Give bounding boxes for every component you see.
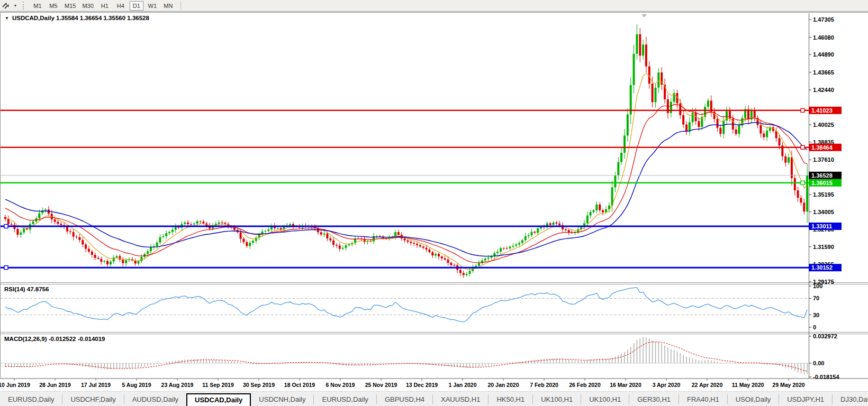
symbol-tab-uk100-h1[interactable]: UK100,H1 xyxy=(581,394,629,404)
symbol-tab-usdcnh-daily[interactable]: USDCNH,Daily xyxy=(251,394,313,404)
horizontal-lines xyxy=(0,108,809,269)
cursor-tool-icon[interactable] xyxy=(1,1,12,11)
dropdown-caret-icon[interactable]: ▾ xyxy=(12,3,19,8)
macd xyxy=(0,337,809,375)
symbol-tab-ger30-h1[interactable]: GER30,H1 xyxy=(629,394,679,404)
date-label-7-feb-2020: 7 Feb 2020 xyxy=(530,382,558,388)
rsi-tick-100: 100 xyxy=(813,283,822,289)
price-tick-1.34005: 1.34005 xyxy=(813,209,834,215)
toolbar-grip[interactable] xyxy=(23,2,26,10)
date-label-16-mar-2020: 16 Mar 2020 xyxy=(610,382,641,388)
price-tick-1.35195: 1.35195 xyxy=(813,191,834,198)
date-label-20-jan-2020: 20 Jan 2020 xyxy=(488,382,519,388)
price-badge-1.38464: 1.38464 xyxy=(811,144,833,151)
collapse-triangle-icon[interactable]: ▼ xyxy=(5,16,9,21)
timeframe-buttons: M1M5M15M30H1H4D1W1MN xyxy=(31,1,175,11)
timeframe-button-h1[interactable]: H1 xyxy=(98,1,112,11)
price-tick-1.31590: 1.31590 xyxy=(813,244,834,250)
chart-shift-marker[interactable] xyxy=(641,14,647,17)
price-badge-1.36015: 1.36015 xyxy=(811,180,833,186)
symbol-tab-eurusd-daily[interactable]: EURUSD,Daily xyxy=(0,394,62,404)
date-label-11-sep-2019: 11 Sep 2019 xyxy=(202,382,234,388)
date-label-30-sep-2019: 30 Sep 2019 xyxy=(243,382,275,388)
chart-title: ▼ USDCAD,Daily 1.35584 1.36654 1.35560 1… xyxy=(5,15,149,21)
rsi-levels xyxy=(0,298,809,315)
macd-tick-0.032972: 0.032972 xyxy=(813,333,837,339)
timeframe-button-mn[interactable]: MN xyxy=(161,1,175,11)
symbol-tab-usdjpy-h1[interactable]: USDJPY,H1 xyxy=(779,394,832,404)
timeframe-button-w1[interactable]: W1 xyxy=(146,1,159,11)
date-label-29-may-2020: 29 May 2020 xyxy=(772,382,804,388)
date-label-18-oct-2019: 18 Oct 2019 xyxy=(284,382,315,388)
price-badge-1.36528: 1.36528 xyxy=(811,172,833,179)
rsi-line xyxy=(5,288,807,322)
date-label-1-jan-2020: 1 Jan 2020 xyxy=(448,382,476,388)
symbol-tab-usdchf-daily[interactable]: USDCHF,Daily xyxy=(62,394,123,404)
price-tick-1.42440: 1.42440 xyxy=(813,87,834,93)
ma-line-7 xyxy=(5,73,807,270)
symbol-tab-fra40-h1[interactable]: FRA40,H1 xyxy=(679,394,727,404)
macd-label-text: MACD(12,26,9) -0.012522 -0.014019 xyxy=(4,336,105,342)
date-label-25-nov-2019: 25 Nov 2019 xyxy=(365,382,397,388)
top-toolbar: ▾ M1M5M15M30H1H4D1W1MN xyxy=(0,0,868,12)
price-tick-1.40025: 1.40025 xyxy=(813,122,834,128)
hline-handle[interactable] xyxy=(801,181,804,184)
price-badge-1.33011: 1.33011 xyxy=(811,223,832,229)
timeframe-button-d1[interactable]: D1 xyxy=(130,1,143,11)
date-label-10-jun-2019: 10 Jun 2019 xyxy=(0,382,30,388)
date-label-23-aug-2019: 23 Aug 2019 xyxy=(161,382,194,388)
symbol-tab-usdcad-daily[interactable]: USDCAD,Daily xyxy=(186,393,251,406)
date-label-17-jul-2019: 17 Jul 2019 xyxy=(81,382,111,388)
hline-handle[interactable] xyxy=(4,225,8,228)
timeframe-button-h4[interactable]: H4 xyxy=(114,1,128,11)
hline-handle[interactable] xyxy=(801,145,804,149)
date-label-5-aug-2019: 5 Aug 2019 xyxy=(122,382,151,388)
rsi-tick-0: 0 xyxy=(813,324,816,330)
timeframe-button-m15[interactable]: M15 xyxy=(62,1,78,11)
rsi-label: RSI(14) 47.8756 xyxy=(4,286,49,292)
timeframe-button-m5[interactable]: M5 xyxy=(47,1,60,11)
price-tick-1.46080: 1.46080 xyxy=(813,34,834,41)
chart-canvas: 1.473051.460801.448901.436651.424401.400… xyxy=(0,12,868,391)
symbol-tab-hk50-h1[interactable]: HK50,H1 xyxy=(488,394,532,404)
chart-window: 1.473051.460801.448901.436651.424401.400… xyxy=(0,12,868,391)
macd-tick--0.018154: -0.018154 xyxy=(813,374,839,380)
date-label-28-jun-2019: 28 Jun 2019 xyxy=(39,382,71,388)
price-badge-1.41023: 1.41023 xyxy=(811,107,833,114)
symbol-tabs: EURUSD,DailyUSDCHF,DailyAUDUSD,DailyUSDC… xyxy=(0,392,868,406)
rsi-label-text: RSI(14) 47.8756 xyxy=(4,286,49,292)
indicator-axis: 100703000.0329720.00-0.018154 xyxy=(809,283,839,380)
symbol-tab-gbpusd-h4[interactable]: GBPUSD,H4 xyxy=(376,394,432,404)
symbol-tab-dj30-daily[interactable]: DJ30,Daily xyxy=(832,394,868,404)
toolbar-separator xyxy=(180,1,181,10)
price-tick-1.47305: 1.47305 xyxy=(813,16,834,23)
date-label-6-nov-2019: 6 Nov 2019 xyxy=(326,382,355,388)
date-label-13-dec-2019: 13 Dec 2019 xyxy=(406,382,438,388)
symbol-tab-uk100-h1[interactable]: UK100,H1 xyxy=(532,394,581,404)
hline-handle[interactable] xyxy=(4,266,8,270)
candlesticks xyxy=(4,24,808,278)
price-tick-1.44890: 1.44890 xyxy=(813,51,834,58)
pane-frame xyxy=(0,12,868,379)
price-tick-1.37610: 1.37610 xyxy=(813,156,834,163)
symbol-tab-xauusd-h1[interactable]: XAUUSD,H1 xyxy=(432,394,488,404)
macd-tick-0.00: 0.00 xyxy=(813,360,824,366)
rsi-tick-70: 70 xyxy=(813,295,819,301)
chart-title-text: USDCAD,Daily 1.35584 1.36654 1.35560 1.3… xyxy=(12,15,149,21)
ma-line-35 xyxy=(5,123,807,256)
date-label-11-may-2020: 11 May 2020 xyxy=(732,382,764,388)
symbol-tabbar: EURUSD,DailyUSDCHF,DailyAUDUSD,DailyUSDC… xyxy=(0,391,868,406)
hline-handle[interactable] xyxy=(801,108,804,112)
price-tick-1.43665: 1.43665 xyxy=(813,69,834,76)
timeframe-button-m30[interactable]: M30 xyxy=(80,1,95,11)
price-badge-1.30152: 1.30152 xyxy=(811,264,833,271)
symbol-tab-audusd-daily[interactable]: AUDUSD,Daily xyxy=(124,394,186,404)
symbol-tab-usoil-daily[interactable]: USOil,Daily xyxy=(727,394,779,404)
date-label-22-apr-2020: 22 Apr 2020 xyxy=(692,382,723,388)
date-label-3-apr-2020: 3 Apr 2020 xyxy=(653,382,681,388)
symbol-tab-eurusd-daily[interactable]: EURUSD,Daily xyxy=(313,394,376,404)
rsi-tick-30: 30 xyxy=(813,312,819,318)
macd-label: MACD(12,26,9) -0.012522 -0.014019 xyxy=(4,336,105,342)
date-axis: 10 Jun 201928 Jun 201917 Jul 20195 Aug 2… xyxy=(0,379,805,388)
timeframe-button-m1[interactable]: M1 xyxy=(31,1,44,11)
